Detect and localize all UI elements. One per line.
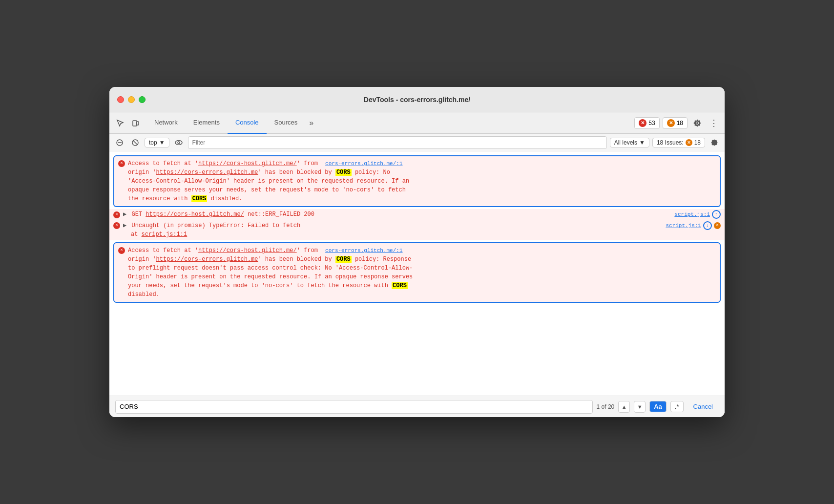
search-input[interactable] [115,400,593,414]
cors-host-link-1[interactable]: https://cors-host.glitch.me/ [198,160,297,167]
source-link-3[interactable]: script.js:1 [666,222,701,230]
svg-line-5 [133,140,138,145]
issues-button[interactable]: 18 Issues: ✕ 18 [652,138,705,147]
levels-dropdown-icon: ▼ [639,139,645,146]
error-icon-3: ✕ [113,222,120,229]
log-levels-button[interactable]: All levels ▼ [610,138,649,147]
cors-highlight-2: CORS [191,195,208,202]
source-link-4[interactable]: cors-errors.glitch.me/:1 [325,248,402,253]
minimize-button[interactable] [128,96,135,103]
entry-content-2: ▶ GET https://cors-host.glitch.me/ net::… [123,210,314,219]
tab-network[interactable]: Network [146,112,186,134]
inspect-element-button[interactable] [113,116,127,130]
devtools-panel: Network Elements Console Sources » ✕ [109,112,725,417]
console-entry-4: ✕ Access to fetch at 'https://cors-host.… [113,242,721,303]
console-settings-button[interactable] [708,136,721,149]
cors-host-link-2[interactable]: https://cors-host.glitch.me/ [198,247,297,254]
context-selector[interactable]: top ▼ [145,138,169,147]
toolbar-icons [113,116,143,130]
cors-highlight-1: CORS [335,169,352,176]
entry-right-3: script.js:1 ↓ ✕ [662,221,721,230]
main-tabs: Network Elements Console Sources » [146,112,634,134]
tab-elements[interactable]: Elements [186,112,228,134]
settings-button[interactable] [690,116,704,130]
errors-badge-button[interactable]: ✕ 53 [634,117,659,129]
traffic-lights [117,96,146,103]
close-button[interactable] [117,96,124,103]
regex-button[interactable]: .* [670,401,684,412]
error-icon-1: ✕ [118,160,125,167]
devtools-window: DevTools - cors-errors.glitch.me/ Networ… [109,87,725,417]
maximize-button[interactable] [139,96,146,103]
cors-errors-link-1[interactable]: https://cors-errors.glitch.me [156,169,258,176]
expand-triangle-3[interactable]: ▶ [123,221,126,230]
top-toolbar: Network Elements Console Sources » ✕ [109,112,725,134]
search-cancel-button[interactable]: Cancel [688,401,719,412]
case-sensitive-button[interactable]: Aa [649,401,667,412]
console-body: ✕ Access to fetch at 'https://cors-host.… [109,151,725,396]
console-entry-3: ✕ ▶ Uncaught (in promise) TypeError: Fai… [109,220,725,240]
error-icon-4: ✕ [118,247,125,254]
scroll-up-button-2[interactable]: ↑ [712,210,721,219]
source-link-2[interactable]: script.js:1 [674,210,710,219]
tab-console[interactable]: Console [228,112,267,134]
stacktrace-link-1[interactable]: script.js:1:1 [142,231,188,238]
error-icon: ✕ [639,119,646,127]
expand-triangle-2[interactable]: ▶ [123,210,126,219]
error-icon-2: ✕ [113,211,120,218]
warnings-badge-button[interactable]: ✕ 18 [663,117,688,129]
entry-right-2: script.js:1 ↑ [670,210,721,219]
scroll-down-button-3[interactable]: ↓ [703,221,712,230]
entry-content-1: Access to fetch at 'https://cors-host.gl… [128,159,716,203]
tab-sources[interactable]: Sources [267,112,306,134]
ban-button[interactable] [129,136,142,149]
warning-icon: ✕ [667,119,675,127]
source-link-1[interactable]: cors-errors.glitch.me/:1 [325,161,402,167]
issues-badge-icon: ✕ [686,139,692,146]
dismiss-button-3[interactable]: ✕ [714,222,721,229]
console-entry-1: ✕ Access to fetch at 'https://cors-host.… [113,155,721,207]
search-prev-button[interactable]: ▲ [618,401,630,413]
filter-input[interactable] [188,136,607,149]
svg-point-7 [178,142,180,144]
get-link-1[interactable]: https://cors-host.glitch.me/ [146,211,244,218]
cors-errors-link-2[interactable]: https://cors-errors.glitch.me [156,256,258,263]
dropdown-arrow-icon: ▼ [159,139,165,146]
svg-rect-1 [137,122,139,125]
cors-highlight-3: CORS [335,256,352,263]
more-options-button[interactable]: ⋮ [707,116,721,130]
search-count: 1 of 20 [597,403,615,410]
console-toolbar: top ▼ All levels ▼ 18 Issues: ✕ 18 [109,134,725,151]
svg-rect-0 [133,121,137,126]
entry-content-4: Access to fetch at 'https://cors-host.gl… [128,246,716,299]
search-bar: 1 of 20 ▲ ▼ Aa .* Cancel [109,396,725,417]
eye-button[interactable] [172,136,185,149]
window-title: DevTools - cors-errors.glitch.me/ [364,96,470,104]
search-next-button[interactable]: ▼ [634,401,646,413]
cors-highlight-4: CORS [392,282,408,289]
console-entry-2: ✕ ▶ GET https://cors-host.glitch.me/ net… [109,209,725,220]
clear-console-button[interactable] [113,136,126,149]
device-toolbar-button[interactable] [129,116,143,130]
more-tabs-button[interactable]: » [305,119,317,127]
toolbar-right: ✕ 53 ✕ 18 ⋮ [634,116,721,130]
svg-point-6 [175,140,182,145]
entry-content-3: ▶ Uncaught (in promise) TypeError: Faile… [123,221,300,239]
titlebar: DevTools - cors-errors.glitch.me/ [109,87,725,112]
